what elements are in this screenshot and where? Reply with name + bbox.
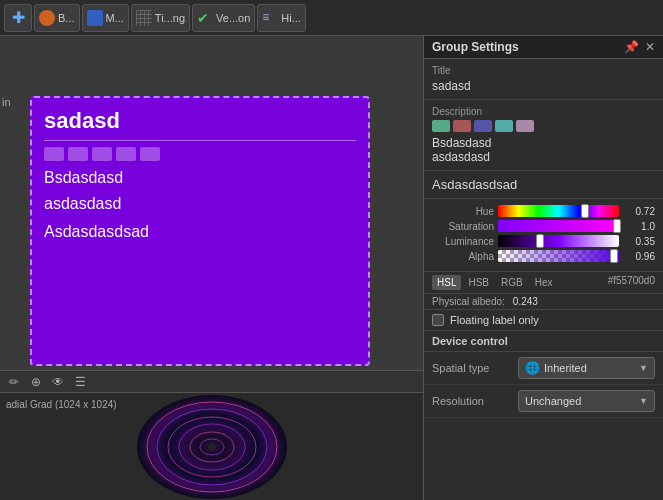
- canvas-area: in sadasd Bsdasdasd asdasdasd Asdasdasds…: [0, 36, 423, 500]
- tab-hsb[interactable]: HSB: [463, 275, 494, 290]
- alpha-slider[interactable]: [498, 250, 619, 262]
- hue-row: Hue 0.72: [432, 205, 655, 217]
- large-desc-section: Asdasdasdsad: [424, 171, 663, 199]
- h-tool-btn[interactable]: ≡ Hi...: [257, 4, 306, 32]
- bottom-toolbar: ✏ ⊕ 👁 ☰: [0, 371, 423, 393]
- spatial-type-value: Inherited: [544, 362, 635, 374]
- alpha-value: 0.96: [623, 251, 655, 262]
- physical-albedo-label: Physical albedo:: [432, 296, 505, 307]
- desc-line-2: asdasdasd: [432, 150, 655, 164]
- spatial-type-label: Spatial type: [432, 362, 512, 374]
- floating-label-checkbox[interactable]: [432, 314, 444, 326]
- hue-slider[interactable]: [498, 205, 619, 217]
- b-tool-label: B...: [58, 12, 75, 24]
- hue-thumb[interactable]: [581, 204, 589, 218]
- spatial-type-dropdown[interactable]: 🌐 Inherited ▼: [518, 357, 655, 379]
- color-section: Hue 0.72 Saturation 1.0 Luminance: [424, 199, 663, 272]
- v-tool-label: Ve...on: [216, 12, 250, 24]
- bottom-area: ✏ ⊕ 👁 ☰ adial Grad (1024 x 1024): [0, 370, 423, 500]
- group-icons: [44, 147, 356, 161]
- toolbar: ✚ B... M... Ti...ng ✔ Ve...on ≡ Hi...: [0, 0, 663, 36]
- t-tool-btn[interactable]: Ti...ng: [131, 4, 190, 32]
- resolution-row: Resolution Unchanged ▼: [424, 385, 663, 418]
- title-value: sadasd: [432, 79, 655, 93]
- menu-icon[interactable]: ☰: [72, 374, 88, 390]
- panel-header-icons: 📌 ✕: [624, 40, 655, 54]
- m-tool-label: M...: [106, 12, 124, 24]
- sat-thumb[interactable]: [613, 219, 621, 233]
- panel-header: Group Settings 📌 ✕: [424, 36, 663, 59]
- group-icon-4: [116, 147, 136, 161]
- lum-thumb[interactable]: [536, 234, 544, 248]
- vinyl-visualization: [132, 393, 292, 500]
- title-section: Title sadasd: [424, 59, 663, 100]
- group-box: sadasd Bsdasdasd asdasdasd Asdasdasdsad: [30, 96, 370, 366]
- desc-icon-2: [453, 120, 471, 132]
- color-tabs: HSL HSB RGB Hex #f55700d0: [424, 272, 663, 294]
- group-icon-2: [68, 147, 88, 161]
- m-tool-btn[interactable]: M...: [82, 4, 129, 32]
- resolution-label: Resolution: [432, 395, 512, 407]
- lum-label: Luminance: [432, 236, 494, 247]
- group-divider: [44, 140, 356, 141]
- physical-albedo-row: Physical albedo: 0.243: [424, 294, 663, 310]
- floating-label-row: Floating label only: [424, 310, 663, 331]
- main-area: in sadasd Bsdasdasd asdasdasd Asdasdasds…: [0, 36, 663, 500]
- spatial-type-arrow: ▼: [639, 363, 648, 373]
- b-tool-btn[interactable]: B...: [34, 4, 80, 32]
- description-section: Description Bsdasdasd asdasdasd: [424, 100, 663, 171]
- alpha-label: Alpha: [432, 251, 494, 262]
- large-desc-value: Asdasdasdsad: [432, 177, 655, 192]
- hue-label: Hue: [432, 206, 494, 217]
- bottom-canvas: [0, 393, 423, 500]
- sat-label: Saturation: [432, 221, 494, 232]
- desc-icon-3: [474, 120, 492, 132]
- svg-point-7: [208, 443, 216, 451]
- alpha-thumb[interactable]: [610, 249, 618, 263]
- pencil-icon[interactable]: ✏: [6, 374, 22, 390]
- resolution-value: Unchanged: [525, 395, 635, 407]
- panel-title: Group Settings: [432, 40, 519, 54]
- plus-tool-btn[interactable]: ✚: [4, 4, 32, 32]
- floating-label-text: Floating label only: [450, 314, 539, 326]
- sat-slider[interactable]: [498, 220, 619, 232]
- resolution-dropdown[interactable]: Unchanged ▼: [518, 390, 655, 412]
- group-icon-5: [140, 147, 160, 161]
- v-tool-btn[interactable]: ✔ Ve...on: [192, 4, 255, 32]
- description-icons: [432, 120, 655, 132]
- hex-value-display: #f55700d0: [608, 275, 655, 290]
- group-line-1: Bsdasdasd: [44, 169, 356, 187]
- close-icon[interactable]: ✕: [645, 40, 655, 54]
- sat-row: Saturation 1.0: [432, 220, 655, 232]
- lum-slider[interactable]: [498, 235, 619, 247]
- alpha-row: Alpha 0.96: [432, 250, 655, 262]
- hue-value: 0.72: [623, 206, 655, 217]
- desc-icon-4: [495, 120, 513, 132]
- tab-rgb[interactable]: RGB: [496, 275, 528, 290]
- eye-icon[interactable]: 👁: [50, 374, 66, 390]
- zoom-icon[interactable]: ⊕: [28, 374, 44, 390]
- right-panel: Group Settings 📌 ✕ Title sadasd Descript…: [423, 36, 663, 500]
- tab-hex[interactable]: Hex: [530, 275, 558, 290]
- device-control-header: Device control: [424, 331, 663, 352]
- desc-icon-5: [516, 120, 534, 132]
- resolution-arrow: ▼: [639, 396, 648, 406]
- title-label: Title: [432, 65, 655, 76]
- spatial-type-row: Spatial type 🌐 Inherited ▼: [424, 352, 663, 385]
- tab-hsl[interactable]: HSL: [432, 275, 461, 290]
- globe-icon: 🌐: [525, 361, 540, 375]
- lum-value: 0.35: [623, 236, 655, 247]
- group-line-2: asdasdasd: [44, 195, 356, 213]
- desc-line-1: Bsdasdasd: [432, 136, 655, 150]
- description-label: Description: [432, 106, 655, 117]
- desc-icon-1: [432, 120, 450, 132]
- sat-value: 1.0: [623, 221, 655, 232]
- group-title: sadasd: [44, 108, 356, 134]
- group-line-3: Asdasdasdsad: [44, 223, 356, 241]
- t-tool-label: Ti...ng: [155, 12, 185, 24]
- h-tool-label: Hi...: [281, 12, 301, 24]
- group-icon-1: [44, 147, 64, 161]
- physical-albedo-value: 0.243: [513, 296, 538, 307]
- lum-row: Luminance 0.35: [432, 235, 655, 247]
- pin-icon[interactable]: 📌: [624, 40, 639, 54]
